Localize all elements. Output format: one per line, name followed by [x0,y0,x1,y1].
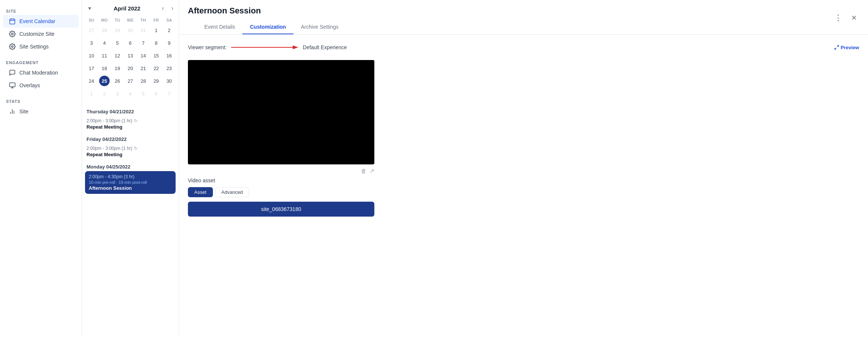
calendar-day[interactable]: 19 [111,62,124,75]
sidebar-item-event-calendar[interactable]: Event Calendar [3,15,79,28]
calendar-day[interactable]: 9 [163,37,176,49]
main-content: Afternoon Session Event Details Customiz… [179,0,868,337]
expand-icon [834,45,839,50]
svg-marker-13 [293,45,298,49]
settings-icon [9,43,16,50]
calendar-day[interactable]: 3 [111,87,124,100]
calendar-day[interactable]: 5 [137,87,150,100]
edit-asset-button[interactable]: ↗ [369,167,374,174]
delete-asset-button[interactable]: 🗑 [361,167,367,174]
calendar-day[interactable]: 29 [111,24,124,37]
calendar-day[interactable]: 1 [85,87,98,100]
red-arrow [231,44,298,51]
calendar-day[interactable]: 4 [98,37,111,49]
sidebar-item-chat-moderation[interactable]: Chat Moderation [3,66,79,79]
svg-point-5 [12,46,13,48]
tab-customization[interactable]: Customization [242,20,293,34]
calendar-day[interactable]: 22 [150,62,163,75]
weekday-tu: TU [111,16,124,24]
calendar-day[interactable]: 5 [111,37,124,49]
weekday-fr: FR [150,16,163,24]
svg-rect-6 [10,83,15,87]
calendar-day[interactable]: 11 [98,49,111,62]
event-time: 2:00pm - 3:00pm (1 hr) ↻ [87,146,174,151]
event-time: 2:00pm - 4:30pm (3 hr) [89,174,172,179]
preview-link[interactable]: Preview [834,45,859,50]
viewer-segment-value: Default Experience [303,44,347,50]
calendar-day[interactable]: 28 [137,75,150,87]
calendar-day[interactable]: 16 [163,49,176,62]
calendar-day[interactable]: 30 [124,24,137,37]
sidebar-section-stats: STATS Site [0,96,82,118]
calendar-day[interactable]: 10 [85,49,98,62]
calendar-day[interactable]: 12 [111,49,124,62]
weekday-sa: SA [163,16,176,24]
sidebar-section-site: SITE Event Calendar Customize Site Site … [0,6,82,53]
sidebar-item-customize-site[interactable]: Customize Site [3,28,79,40]
sidebar-item-label: Site [19,108,28,114]
calendar-day[interactable]: 1 [150,24,163,37]
calendar-day[interactable]: 6 [150,87,163,100]
calendar-day[interactable]: 2 [163,24,176,37]
asset-tab-advanced[interactable]: Advanced [215,187,249,197]
calendar-day[interactable]: 15 [150,49,163,62]
calendar-day[interactable]: 4 [124,87,137,100]
calendar-day[interactable]: 7 [163,87,176,100]
calendar-day[interactable]: 28 [98,24,111,37]
sidebar-item-site-settings[interactable]: Site Settings [3,40,79,53]
main-header: Afternoon Session Event Details Customiz… [179,0,868,35]
event-item-afternoon-session[interactable]: 2:00pm - 4:30pm (3 hr) 10-min pre-roll ·… [85,171,176,194]
viewer-segment-row: Viewer segment: Default Experience Previ… [188,44,859,51]
calendar-day[interactable]: 18 [98,62,111,75]
calendar-day[interactable]: 21 [137,62,150,75]
sidebar-section-label-engagement: ENGAGEMENT [0,57,82,66]
sidebar-section-label-stats: STATS [0,96,82,105]
calendar-chevron-down[interactable]: ▼ [85,5,94,12]
tab-archive-settings[interactable]: Archive Settings [293,20,346,34]
tab-event-details[interactable]: Event Details [197,20,242,34]
calendar-day[interactable]: 3 [85,37,98,49]
chat-icon [9,69,16,76]
event-item-repeat-meeting-fri[interactable]: 2:00pm - 3:00pm (1 hr) ↻ Repeat Meeting [85,144,176,160]
repeat-icon: ↻ [134,146,138,151]
event-item-repeat-meeting-thu[interactable]: 2:00pm - 3:00pm (1 hr) ↻ Repeat Meeting [85,116,176,132]
asset-tabs: Asset Advanced [188,187,859,197]
main-title: Afternoon Session [188,6,355,20]
calendar-day[interactable]: 17 [85,62,98,75]
sidebar-item-label: Chat Moderation [19,70,58,76]
event-day-label-fri: Friday 04/22/2022 [85,133,176,144]
calendar-day[interactable]: 29 [150,75,163,87]
calendar-day[interactable]: 24 [85,75,98,87]
calendar-day[interactable]: 7 [137,37,150,49]
calendar-day[interactable]: 25 [98,75,111,87]
calendar-header: ▼ April 2022 ‹ › [85,4,176,12]
more-options-button[interactable]: ⋮ [832,12,845,23]
calendar-day[interactable]: 27 [124,75,137,87]
calendar-day[interactable]: 27 [85,24,98,37]
calendar-prev-btn[interactable]: ‹ [160,4,166,12]
video-asset-label: Video asset [188,177,859,183]
calendar-day[interactable]: 14 [137,49,150,62]
sidebar-item-overlays[interactable]: Overlays [3,79,79,92]
asset-tab-asset[interactable]: Asset [188,187,213,197]
event-sub: 10-min pre-roll · 10-min post-roll [89,180,172,185]
sidebar-item-label: Event Calendar [19,18,56,24]
close-button[interactable]: ✕ [849,13,859,23]
calendar-day[interactable]: 20 [124,62,137,75]
calendar-next-btn[interactable]: › [169,4,176,12]
calendar-day[interactable]: 2 [98,87,111,100]
calendar-day[interactable]: 31 [137,24,150,37]
content-area: Viewer segment: Default Experience Previ… [179,35,868,337]
sidebar-item-site-stats[interactable]: Site [3,105,79,118]
event-name: Repeat Meeting [87,124,174,130]
calendar-day[interactable]: 23 [163,62,176,75]
calendar-day[interactable]: 8 [150,37,163,49]
calendar-day[interactable]: 6 [124,37,137,49]
svg-point-4 [12,33,13,35]
calendar-day[interactable]: 30 [163,75,176,87]
header-actions: ⋮ ✕ [832,12,859,28]
weekday-mo: MO [98,16,111,24]
calendar-day[interactable]: 13 [124,49,137,62]
calendar-day[interactable]: 26 [111,75,124,87]
tabs-row: Event Details Customization Archive Sett… [188,20,355,34]
